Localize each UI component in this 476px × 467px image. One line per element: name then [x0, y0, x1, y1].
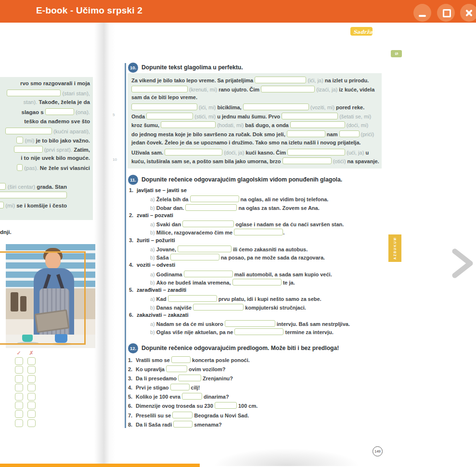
answer-blank[interactable]	[215, 402, 237, 409]
answer-checkbox[interactable]	[15, 375, 23, 383]
answer-blank[interactable]	[234, 229, 283, 235]
hint-text: (doći, ja)	[222, 150, 245, 156]
text: Beograda u Novi Sad.	[193, 413, 249, 418]
answer-checkbox[interactable]	[27, 393, 36, 401]
answer-blank[interactable]	[161, 121, 216, 128]
exercise-sentence: b) Ako ne budeš imala vremena, te ja.	[128, 279, 388, 287]
answer-checkbox[interactable]	[27, 375, 36, 383]
item-number: 1.	[129, 187, 137, 193]
hint-text: (ući, ja)	[345, 150, 365, 156]
exercise-sentence: 6.Dimenzije ovog troseda su 230 100 cm.	[128, 402, 388, 411]
answer-checkbox[interactable]	[15, 393, 23, 401]
answer-blank[interactable]	[234, 328, 283, 335]
left-page-line	[0, 192, 67, 198]
answer-blank[interactable]	[7, 90, 61, 96]
text: Svaki dan	[156, 221, 182, 227]
answer-checkbox[interactable]	[27, 366, 36, 374]
close-button[interactable]	[460, 4, 476, 22]
text: Saša	[156, 255, 170, 260]
answer-blank[interactable]	[339, 130, 360, 137]
exercise-text-line: Uživala sam. (doći, ja) kući kasno. Čim …	[131, 149, 382, 158]
answer-checkbox[interactable]	[15, 410, 23, 418]
exercise-text-line: (ići, mi) biciklima, (voziti, mi) pored …	[131, 104, 382, 113]
text: Dobar dan.	[156, 205, 186, 211]
answer-checkbox[interactable]	[15, 384, 23, 391]
answer-checkbox[interactable]	[27, 410, 36, 418]
hint-text: (pas).	[23, 165, 40, 171]
exercise-sentence: 7.Preselili su se Beograda u Novi Sad.	[128, 412, 388, 421]
answer-checkbox[interactable]	[27, 419, 36, 427]
answer-blank[interactable]	[282, 113, 338, 119]
answer-checkbox[interactable]	[15, 357, 23, 365]
answer-blank[interactable]	[185, 204, 237, 211]
answer-blank[interactable]	[16, 137, 23, 143]
verb-pair: 1.javljati se – javiti se	[128, 187, 388, 195]
item-number: 1.	[128, 357, 136, 363]
answer-blank[interactable]	[131, 104, 197, 110]
cross-column-header: ✗	[27, 350, 35, 356]
answer-blank[interactable]	[5, 128, 52, 134]
exercise-sentence: 2.Ko upravlja ovim vozilom?	[128, 365, 388, 375]
maximize-button[interactable]	[437, 4, 455, 22]
hint-text: (stići, mi)	[193, 114, 217, 119]
answer-blank[interactable]	[190, 195, 239, 202]
minimize-button[interactable]	[413, 4, 431, 22]
answer-blank[interactable]	[0, 202, 4, 208]
answer-checkbox[interactable]	[27, 384, 36, 391]
text: Ko upravlja	[136, 366, 166, 372]
answer-blank[interactable]	[178, 246, 232, 252]
item-number: 4.	[128, 385, 136, 390]
answer-blank[interactable]	[182, 221, 234, 227]
verb-pair-label: zarađivati – zaraditi	[137, 287, 186, 293]
answer-checkbox[interactable]	[15, 402, 23, 409]
answer-blank[interactable]	[243, 104, 309, 110]
answer-blank[interactable]	[255, 77, 306, 83]
hint-text: a)	[150, 196, 156, 202]
text: Jovane,	[156, 246, 178, 252]
answer-blank[interactable]	[131, 86, 188, 92]
answer-checkbox[interactable]	[15, 366, 23, 374]
answer-blank[interactable]	[287, 149, 345, 156]
answer-blank[interactable]	[287, 130, 325, 137]
bookmark-s-tab[interactable]: S	[391, 50, 402, 57]
answer-blank[interactable]	[184, 271, 233, 277]
answer-checkbox[interactable]	[27, 402, 36, 409]
azbukum-tab[interactable]: AZBUKUM	[388, 234, 401, 262]
hint-text: (ona).	[74, 109, 90, 115]
exercise-sentence: 4.Prvi je stigao cilj!	[128, 384, 388, 393]
contents-button[interactable]: Sadržaj	[350, 27, 373, 36]
answer-blank[interactable]	[172, 412, 193, 418]
text: Onda	[131, 114, 146, 119]
answer-blank[interactable]	[0, 183, 6, 190]
hint-text: (hodati, mi)	[216, 122, 245, 128]
answer-blank[interactable]	[166, 365, 187, 372]
answer-blank[interactable]	[0, 192, 67, 198]
answer-blank[interactable]	[182, 393, 202, 400]
text: Takođe, želela je da	[39, 99, 90, 105]
hint-text: (krenuti, mi)	[188, 87, 219, 92]
answer-blank[interactable]	[165, 149, 222, 156]
answer-blank[interactable]	[171, 356, 191, 363]
next-page-button[interactable]	[449, 247, 471, 278]
answer-blank[interactable]	[173, 421, 193, 428]
answer-blank[interactable]	[170, 254, 219, 260]
answer-blank[interactable]	[283, 157, 332, 164]
answer-blank[interactable]	[290, 121, 345, 128]
hint-text: a)	[150, 296, 156, 302]
answer-blank[interactable]	[168, 295, 217, 302]
answer-blank[interactable]	[14, 146, 43, 153]
answer-blank[interactable]	[225, 320, 275, 327]
exercise-text-line: kroz šumu, (hodati, mi) baš dugo, a onda…	[131, 121, 382, 130]
hint-text: b)	[150, 305, 156, 311]
answer-checkbox[interactable]	[15, 419, 23, 427]
answer-blank[interactable]	[232, 279, 282, 285]
answer-blank[interactable]	[45, 108, 74, 115]
answer-checkbox[interactable]	[27, 357, 36, 365]
answer-blank[interactable]	[17, 164, 23, 171]
answer-blank[interactable]	[261, 86, 315, 92]
answer-blank[interactable]	[146, 113, 193, 119]
left-page-line: rvo smo razgovarali i moja	[20, 80, 90, 86]
answer-blank[interactable]	[193, 304, 244, 311]
answer-blank[interactable]	[170, 384, 190, 390]
answer-blank[interactable]	[178, 375, 201, 381]
